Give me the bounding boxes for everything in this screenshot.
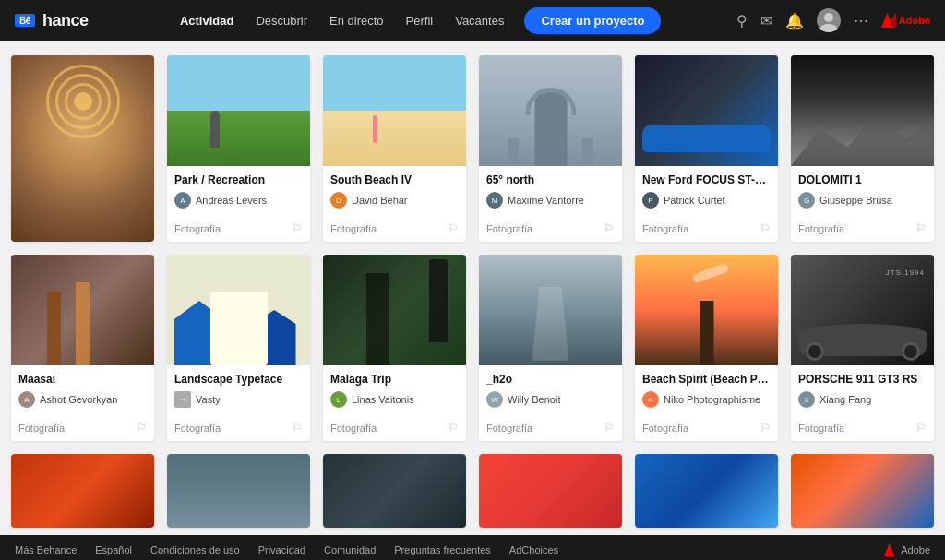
card-title: Maasai [18,373,147,386]
project-card-p2[interactable] [167,454,310,528]
svg-marker-4 [884,543,894,556]
author-name: Giuseppe Brusa [819,195,892,206]
author-avatar: G [798,192,815,209]
bookmark-icon[interactable]: ⚐ [292,421,303,435]
bookmark-icon[interactable]: ⚐ [915,221,927,235]
card-footer: Fotografía ⚐ [167,218,310,242]
card-title: South Beach IV [330,173,459,186]
author-avatar: M [486,192,503,209]
author-avatar: X [798,391,815,408]
user-avatar[interactable] [817,8,841,32]
card-category: Fotografía [174,223,221,234]
author-name: Patrick Curtet [664,195,725,206]
footer-link-adchoices[interactable]: AdChoices [509,544,558,555]
author-avatar: P [642,192,659,209]
card-footer: Fotografía ⚐ [323,417,466,441]
card-author: P Patrick Curtet [642,192,771,209]
author-avatar: N [642,391,659,408]
footer-link-terms[interactable]: Condiciones de uso [150,544,240,555]
author-avatar: D [330,192,347,209]
card-footer: Fotografía ⚐ [167,417,310,441]
bookmark-icon[interactable]: ⚐ [915,421,927,435]
project-card-porsche[interactable]: JTS 1994 PORSCHE 911 GT3 RS X Xiang Fang… [791,255,934,441]
bell-icon[interactable]: 🔔 [785,12,804,30]
card-category: Fotografía [798,423,844,434]
mail-icon[interactable]: ✉ [760,12,772,30]
author-name: Niko Photographisme [664,394,760,405]
card-category: Fotografía [486,223,532,234]
author-avatar: A [18,391,35,408]
svg-point-0 [824,13,833,22]
project-grid-row2: Maasai A Ashot Gevorkyan Fotografía ⚐ La… [11,255,934,441]
card-title: Park / Recreation [174,173,303,186]
card-category: Fotografía [642,423,688,434]
main-content: Budapest 01 Z Zsolt Hlinka Fotografía ⚐ … [0,41,945,535]
nav-descubrir[interactable]: Descubrir [246,8,317,33]
nav-en-directo[interactable]: En directo [320,8,393,33]
project-card-p4[interactable] [479,454,622,528]
behance-icon: Bē [15,14,35,27]
card-title: PORSCHE 911 GT3 RS [798,373,927,386]
bookmark-icon[interactable]: ⚐ [760,421,771,435]
bookmark-icon[interactable]: ⚐ [136,421,147,435]
footer-language[interactable]: Español [95,544,132,555]
bookmark-icon[interactable]: ⚐ [292,221,303,235]
footer-link-community[interactable]: Comunidad [324,544,376,555]
card-title: Beach Spirit (Beach Playground project) [642,373,771,386]
nav-perfil[interactable]: Perfil [397,8,443,33]
nav-links: Actividad Descubrir En directo Perfil Va… [111,7,722,34]
card-author: G Giuseppe Brusa [798,192,927,209]
search-icon[interactable]: ⚲ [736,12,748,30]
create-project-button[interactable]: Crear un proyecto [524,7,661,34]
card-author: W Willy Benoit [486,391,615,408]
author-name: Ashot Gevorkyan [40,394,117,405]
card-category: Fotografía [18,423,65,434]
author-avatar: L [330,391,347,408]
author-name: David Behar [352,195,408,206]
behance-logo[interactable]: Bē hance [15,11,89,30]
bookmark-icon[interactable]: ⚐ [448,221,459,235]
bookmark-icon[interactable]: ⚐ [760,221,771,235]
bookmark-icon[interactable]: ⚐ [604,421,615,435]
project-card-p5[interactable] [635,454,778,528]
project-card-p3[interactable] [323,454,466,528]
card-title: Malaga Trip [330,373,459,386]
card-footer: Fotografía ⚐ [11,417,154,441]
svg-point-1 [820,24,837,32]
card-title: New Ford FOCUS ST-Line [642,173,771,186]
author-name: Willy Benoit [508,394,560,405]
card-category: Fotografía [174,423,221,434]
project-card-h2o[interactable]: _h2o W Willy Benoit Fotografía ⚐ [479,255,622,441]
project-card-beach[interactable]: South Beach IV D David Behar Fotografía … [323,55,466,242]
author-avatar: W [486,391,503,408]
project-card-p1[interactable] [11,454,154,528]
bookmark-icon[interactable]: ⚐ [448,421,459,435]
project-card-dolomiti[interactable]: DOLOMITI 1 G Giuseppe Brusa Fotografía ⚐ [791,55,934,242]
card-title: _h2o [486,373,615,386]
card-author: A Andreas Levers [174,192,303,209]
project-card-ford[interactable]: New Ford FOCUS ST-Line P Patrick Curtet … [635,55,778,242]
project-card-park[interactable]: Park / Recreation A Andreas Levers Fotog… [167,55,310,242]
bookmark-icon[interactable]: ⚐ [604,221,615,235]
card-footer: Fotografía ⚐ [479,218,622,242]
card-author: D David Behar [330,192,459,209]
footer-more-behance[interactable]: Más Behance [15,544,77,555]
project-card-budapest[interactable]: Budapest 01 Z Zsolt Hlinka Fotografía ⚐ [11,55,154,242]
footer-link-faq[interactable]: Preguntas frecuentes [394,544,491,555]
footer-link-privacy[interactable]: Privacidad [258,544,305,555]
project-card-beach2[interactable]: Beach Spirit (Beach Playground project) … [635,255,778,441]
card-footer: Fotografía ⚐ [635,218,778,242]
project-card-landscape[interactable]: Landscape Typeface → Vasty Fotografía ⚐ [167,255,310,441]
project-card-malaga[interactable]: Malaga Trip L Linas Vaitonis Fotografía … [323,255,466,441]
apps-icon[interactable]: ⋯ [854,12,868,30]
project-card-maasai[interactable]: Maasai A Ashot Gevorkyan Fotografía ⚐ [11,255,154,441]
nav-vacantes[interactable]: Vacantes [446,8,513,33]
card-author: A Ashot Gevorkyan [18,391,147,408]
project-card-p6[interactable] [791,454,934,528]
author-name: Vasty [196,394,221,405]
author-name: Maxime Vantorre [508,195,584,206]
navbar: Bē hance Actividad Descubrir En directo … [0,0,945,41]
project-card-north[interactable]: 65° north M Maxime Vantorre Fotografía ⚐ [479,55,622,242]
author-name: Xiang Fang [819,394,871,405]
nav-actividad[interactable]: Actividad [171,8,244,33]
